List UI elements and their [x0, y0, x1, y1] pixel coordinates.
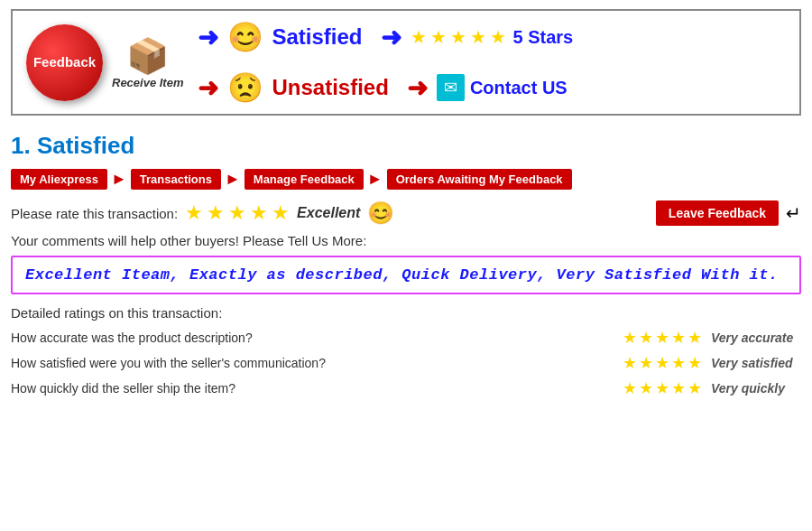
rating-stars-1: ★ ★ ★ ★ ★ [623, 328, 702, 348]
section1: 1. Satisfied My Aliexpress ► Transaction… [0, 125, 812, 407]
rating-question-1: How accurate was the product description… [11, 331, 614, 345]
curved-arrow-icon: ↵ [786, 202, 801, 224]
rating-stars-2: ★ ★ ★ ★ ★ [623, 353, 702, 373]
rate-stars: ★ ★ ★ ★ ★ [185, 201, 290, 225]
blue-arrow-satisfied: ➜ [198, 23, 218, 52]
comment-box: Excellent Iteam, Exactly as described, Q… [11, 256, 801, 294]
blue-arrow-stars: ➜ [381, 23, 401, 52]
detailed-label: Detailed ratings on this transaction: [11, 305, 801, 321]
package-icon: 📦 [126, 36, 169, 76]
rating-answer-2: Very satisfied [711, 356, 801, 370]
unsatisfied-label: Unsatisfied [272, 75, 389, 100]
breadcrumb-my-aliexpress[interactable]: My Aliexpress [11, 169, 107, 190]
breadcrumb-orders-awaiting[interactable]: Orders Awaiting My Feedback [387, 169, 572, 190]
rate-label: Please rate this transaction: [11, 206, 178, 221]
contact-box: ✉ Contact US [437, 74, 567, 101]
five-stars-row: ★ ★ ★ ★ ★ 5 Stars [411, 26, 574, 48]
excellent-smiley: 😊 [367, 200, 394, 226]
info-box: Feedback 📦 Receive Item ➜ 😊 Satisfied ➜ … [11, 9, 801, 116]
red-arrow-contact: ➜ [407, 73, 428, 103]
breadcrumb-transactions[interactable]: Transactions [131, 169, 221, 190]
outcomes-col: ➜ 😊 Satisfied ➜ ★ ★ ★ ★ ★ 5 Stars ➜ 😟 Un… [198, 20, 787, 105]
rating-row-description: How accurate was the product description… [11, 328, 801, 348]
happy-smiley: 😊 [227, 20, 263, 54]
satisfied-label: Satisfied [272, 24, 363, 50]
satisfied-row: ➜ 😊 Satisfied ➜ ★ ★ ★ ★ ★ 5 Stars [198, 20, 787, 54]
rating-question-2: How satisfied were you with the seller's… [11, 356, 614, 370]
email-icon: ✉ [437, 74, 465, 101]
rate-row: Please rate this transaction: ★ ★ ★ ★ ★ … [11, 200, 801, 226]
comments-label: Your comments will help other buyers! Pl… [11, 233, 801, 248]
rating-answer-1: Very accurate [711, 331, 801, 345]
package-label: Receive Item [112, 76, 184, 89]
rating-row-communication: How satisfied were you with the seller's… [11, 353, 801, 373]
breadcrumb-manage-feedback[interactable]: Manage Feedback [245, 169, 364, 190]
breadcrumb-arrow-1: ► [111, 170, 127, 189]
rating-question-3: How quickly did the seller ship the item… [11, 381, 614, 396]
comment-text: Excellent Iteam, Exactly as described, Q… [25, 266, 779, 284]
five-stars-label: 5 Stars [513, 27, 574, 48]
sad-smiley: 😟 [227, 70, 263, 105]
section1-title: 1. Satisfied [11, 132, 801, 160]
package-section: 📦 Receive Item [112, 36, 184, 89]
red-arrow-unsatisfied: ➜ [198, 73, 218, 103]
feedback-circle: Feedback [26, 24, 103, 101]
unsatisfied-row: ➜ 😟 Unsatisfied ➜ ✉ Contact US [198, 70, 787, 105]
rating-answer-3: Very quickly [711, 381, 801, 396]
rating-row-shipping: How quickly did the seller ship the item… [11, 378, 801, 398]
contact-label: Contact US [470, 78, 567, 98]
rating-stars-3: ★ ★ ★ ★ ★ [623, 378, 702, 398]
breadcrumb: My Aliexpress ► Transactions ► Manage Fe… [11, 169, 801, 190]
leave-feedback-button[interactable]: Leave Feedback [656, 200, 779, 226]
breadcrumb-arrow-3: ► [367, 170, 383, 189]
feedback-circle-label: Feedback [33, 54, 96, 70]
breadcrumb-arrow-2: ► [225, 170, 241, 189]
excellent-label: Excellent [297, 205, 360, 221]
